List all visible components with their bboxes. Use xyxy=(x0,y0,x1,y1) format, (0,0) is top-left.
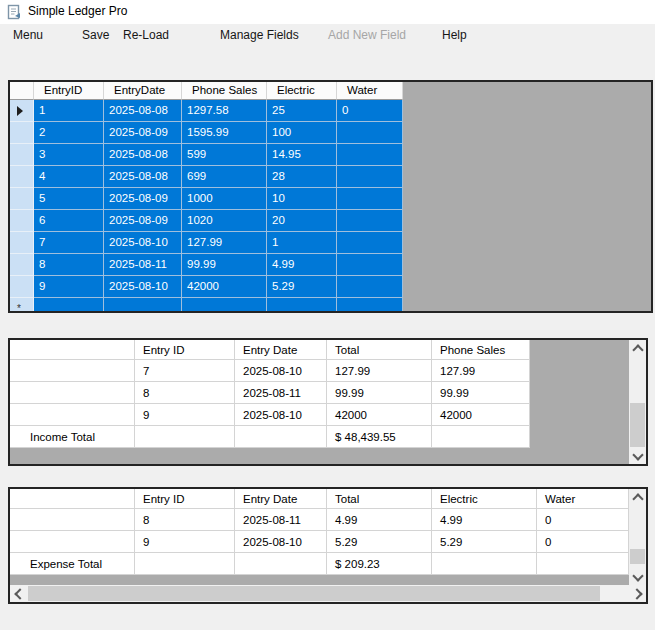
grid-cell[interactable]: 0 xyxy=(537,509,629,531)
grid-cell[interactable]: 1297.58 xyxy=(182,100,267,122)
grid-cell[interactable]: 5.29 xyxy=(267,276,337,298)
row-label-cell[interactable] xyxy=(10,531,135,553)
grid-cell[interactable]: 2025-08-10 xyxy=(235,531,327,553)
grid-cell[interactable]: 2025-08-10 xyxy=(104,232,182,254)
row-header-cell[interactable] xyxy=(10,166,34,188)
column-header-entry-id[interactable]: Entry ID xyxy=(135,340,235,360)
grid-cell[interactable] xyxy=(432,553,537,575)
column-header-total[interactable]: Total xyxy=(327,340,432,360)
grid-cell[interactable]: 599 xyxy=(182,144,267,166)
row-header-cell[interactable] xyxy=(10,188,34,210)
grid-cell[interactable] xyxy=(432,426,530,448)
grid-cell[interactable] xyxy=(337,276,403,298)
grid-cell[interactable] xyxy=(235,553,327,575)
column-header-electric[interactable]: Electric xyxy=(432,489,537,509)
grid-cell[interactable]: 1595.99 xyxy=(182,122,267,144)
grid-cell[interactable]: 2025-08-09 xyxy=(104,210,182,232)
grid-cell[interactable]: 1020 xyxy=(182,210,267,232)
grid-cell[interactable]: 42000 xyxy=(432,404,530,426)
grid-cell[interactable]: 7 xyxy=(34,232,104,254)
table-row[interactable]: 12025-08-081297.58250 xyxy=(10,100,651,122)
grid-cell[interactable] xyxy=(337,298,403,313)
menu-item-manage-fields[interactable]: Manage Fields xyxy=(220,28,299,42)
grid-cell[interactable] xyxy=(337,254,403,276)
column-header-water[interactable]: Water xyxy=(537,489,629,509)
table-row[interactable]: 72025-08-10127.99127.99 xyxy=(10,360,646,382)
column-header-entrydate[interactable]: EntryDate xyxy=(104,82,182,100)
grid-cell[interactable]: 99.99 xyxy=(327,382,432,404)
menu-item-reload[interactable]: Re-Load xyxy=(123,28,169,42)
grid-cell[interactable]: 6 xyxy=(34,210,104,232)
scroll-left-button[interactable] xyxy=(10,585,26,602)
grid-corner-cell[interactable] xyxy=(10,82,34,100)
grid-cell[interactable] xyxy=(337,166,403,188)
grid-cell[interactable]: 9 xyxy=(135,404,235,426)
menu-item-help[interactable]: Help xyxy=(442,28,467,42)
column-header-blank[interactable] xyxy=(10,489,135,509)
row-label-cell[interactable]: Income Total xyxy=(10,426,135,448)
column-header-entry-id[interactable]: Entry ID xyxy=(135,489,235,509)
table-row[interactable]: 92025-08-10420005.29 xyxy=(10,276,651,298)
row-header-cell[interactable] xyxy=(10,100,34,122)
grid-cell[interactable] xyxy=(337,210,403,232)
grid-cell[interactable]: $ 48,439.55 xyxy=(327,426,432,448)
column-header-total[interactable]: Total xyxy=(327,489,432,509)
row-header-cell[interactable] xyxy=(10,210,34,232)
row-header-cell[interactable] xyxy=(10,122,34,144)
grid-cell[interactable]: 8 xyxy=(135,382,235,404)
grid-cell[interactable] xyxy=(337,122,403,144)
grid-cell[interactable]: 2025-08-08 xyxy=(104,100,182,122)
grid-cell[interactable]: 99.99 xyxy=(432,382,530,404)
grid-cell[interactable]: 100 xyxy=(267,122,337,144)
grid-cell[interactable]: 7 xyxy=(135,360,235,382)
grid-cell[interactable]: 2025-08-09 xyxy=(104,188,182,210)
grid-cell[interactable]: 20 xyxy=(267,210,337,232)
grid-cell[interactable]: 2025-08-08 xyxy=(104,166,182,188)
grid-cell[interactable]: 14.95 xyxy=(267,144,337,166)
grid-cell[interactable] xyxy=(337,232,403,254)
row-label-cell[interactable] xyxy=(10,360,135,382)
column-header-entry-date[interactable]: Entry Date xyxy=(235,489,327,509)
grid-cell[interactable]: 2025-08-10 xyxy=(235,360,327,382)
scrollbar-thumb[interactable] xyxy=(630,549,645,564)
entries-grid[interactable]: EntryIDEntryDatePhone SalesElectricWater… xyxy=(8,80,653,313)
grid-cell[interactable]: 1 xyxy=(34,100,104,122)
grid-cell[interactable]: 4.99 xyxy=(267,254,337,276)
row-label-cell[interactable] xyxy=(10,404,135,426)
scrollbar-thumb[interactable] xyxy=(28,586,600,601)
grid-cell[interactable] xyxy=(104,298,182,313)
table-row[interactable]: 62025-08-09102020 xyxy=(10,210,651,232)
table-row[interactable]: 52025-08-09100010 xyxy=(10,188,651,210)
grid-cell[interactable]: 99.99 xyxy=(182,254,267,276)
grid-cell[interactable]: 0 xyxy=(537,531,629,553)
grid-cell[interactable]: 3 xyxy=(34,144,104,166)
row-header-cell[interactable] xyxy=(10,232,34,254)
table-row[interactable]: 82025-08-1199.9999.99 xyxy=(10,382,646,404)
grid-cell[interactable]: 8 xyxy=(135,509,235,531)
scroll-down-button[interactable] xyxy=(629,568,646,585)
grid-cell[interactable]: 42000 xyxy=(327,404,432,426)
table-row[interactable]: 32025-08-0859914.95 xyxy=(10,144,651,166)
grid-cell[interactable] xyxy=(135,426,235,448)
grid-cell[interactable] xyxy=(537,553,629,575)
grid-cell[interactable]: 5.29 xyxy=(327,531,432,553)
income-summary-grid[interactable]: Entry IDEntry DateTotalPhone Sales72025-… xyxy=(8,338,648,466)
expense-grid-horizontal-scrollbar[interactable] xyxy=(10,585,646,602)
grid-cell[interactable]: 2025-08-10 xyxy=(235,404,327,426)
row-header-cell[interactable] xyxy=(10,254,34,276)
menu-item-save[interactable]: Save xyxy=(82,28,109,42)
grid-cell[interactable] xyxy=(267,298,337,313)
table-row[interactable]: 22025-08-091595.99100 xyxy=(10,122,651,144)
expense-grid-vertical-scrollbar[interactable] xyxy=(629,489,646,585)
grid-cell[interactable]: 10 xyxy=(267,188,337,210)
scrollbar-thumb[interactable] xyxy=(630,403,645,447)
grid-cell[interactable]: 42000 xyxy=(182,276,267,298)
column-header-blank[interactable] xyxy=(10,340,135,360)
table-row[interactable]: 82025-08-1199.994.99 xyxy=(10,254,651,276)
grid-cell[interactable]: 699 xyxy=(182,166,267,188)
column-header-water[interactable]: Water xyxy=(337,82,403,100)
grid-cell[interactable]: 5 xyxy=(34,188,104,210)
expense-summary-grid[interactable]: Entry IDEntry DateTotalElectricWater8202… xyxy=(8,487,648,604)
grid-cell[interactable]: 4 xyxy=(34,166,104,188)
table-row[interactable]: 42025-08-0869928 xyxy=(10,166,651,188)
